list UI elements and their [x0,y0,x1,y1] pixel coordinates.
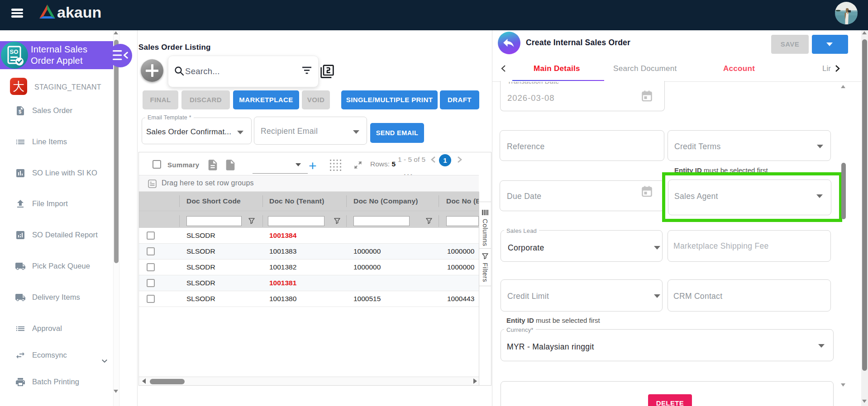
svg-text:SO: SO [10,48,19,55]
svg-text:$: $ [19,109,21,114]
